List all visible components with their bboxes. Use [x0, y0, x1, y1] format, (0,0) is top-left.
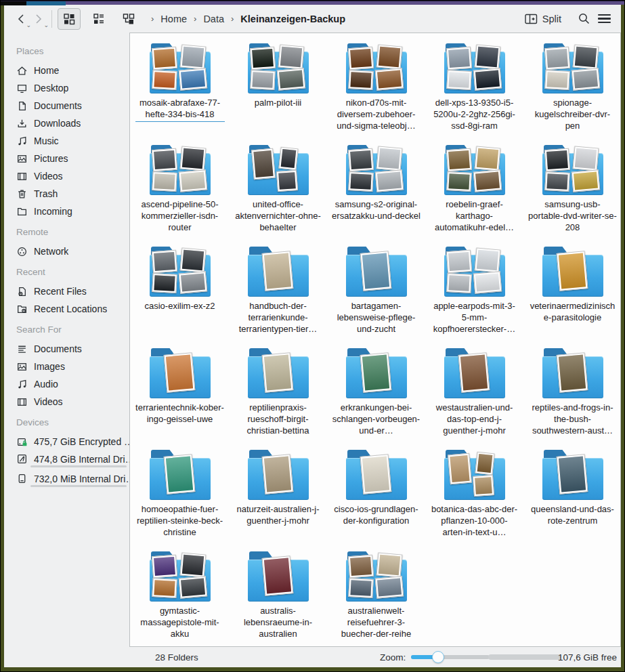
search-button[interactable]	[574, 9, 594, 29]
folder-item-westaustralien-und-das-top-end-j-guenthe[interactable]: westaustralien-und-das-top-end-j-guenthe…	[425, 345, 523, 446]
folder-icon	[149, 551, 211, 602]
sidebar-item-documents[interactable]: Documents	[4, 340, 129, 358]
breadcrumb: ›Home›Data›Kleinanzeigen-Backup	[147, 12, 347, 26]
disk-capacity-bar	[488, 654, 561, 660]
folder-name: veterinaermedizinische-parasitologie	[528, 300, 618, 323]
forward-button[interactable]: ⌄	[30, 10, 47, 28]
sidebar-item-home[interactable]: Home	[4, 62, 129, 79]
zoom-slider-handle[interactable]	[432, 651, 444, 663]
folder-item-dell-xps-13-9350-i5-5200u-2-2ghz-256gi-s[interactable]: dell-xps-13-9350-i5-5200u-2-2ghz-256gi-s…	[425, 40, 523, 142]
menu-button[interactable]	[594, 9, 614, 29]
sidebar-item-network[interactable]: Network	[4, 243, 129, 260]
folder-name: dell-xps-13-9350-i5-5200u-2-2ghz-256gi-s…	[430, 97, 519, 131]
photo-thumbnail	[474, 247, 500, 272]
folder-name: queensland-und-das-rote-zentrum	[528, 503, 618, 526]
top-strip-black-segment	[1, 1, 26, 5]
sidebar-item-label: Images	[34, 361, 65, 372]
folder-item-gymtastic-massagepistole-mit-akku[interactable]: gymtastic-massagepistole-mit-akku	[131, 548, 229, 647]
split-button[interactable]: Split	[525, 14, 561, 24]
sidebar-item-label: Documents	[34, 100, 82, 111]
folder-item-nikon-d70s-mit-diversem-zubehoer-und-sig[interactable]: nikon-d70s-mit-diversem-zubehoer-und-sig…	[327, 40, 425, 142]
folder-item-casio-exilim-ex-z2[interactable]: casio-exilim-ex-z2	[131, 243, 229, 345]
back-button[interactable]: ⌄	[12, 10, 30, 28]
folder-icon	[247, 145, 309, 195]
sidebar-item-label: Desktop	[34, 83, 68, 93]
folder-item-apple-earpods-mit-3-5-mm-kopfhoerersteck[interactable]: apple-earpods-mit-3-5-mm-kopfhoerersteck…	[425, 243, 523, 345]
top-strip-blue-segment	[26, 1, 66, 5]
photo-thumbnail	[571, 169, 599, 192]
folder-item-cisco-ios-grundlagen-der-konfiguration[interactable]: cisco-ios-grundlagen-der-konfiguration	[327, 446, 425, 548]
breadcrumb-item-data[interactable]: Data	[202, 12, 225, 26]
folder-item-mosaik-abrafaxe-77-hefte-334-bis-418[interactable]: mosaik-abrafaxe-77-hefte-334-bis-418	[131, 40, 229, 142]
sidebar-item-incoming[interactable]: Incoming	[4, 203, 129, 220]
sidebar-item-pictures[interactable]: Pictures	[4, 150, 129, 167]
device-usage-bar	[30, 485, 127, 487]
sidebar-item-trash[interactable]: Trash	[4, 185, 129, 203]
sidebar-item-documents[interactable]: Documents	[4, 97, 129, 114]
sidebar-item-videos[interactable]: Videos	[4, 167, 129, 185]
folder-item-handbuch-der-terrarienkunde-terrarientyp[interactable]: handbuch-der-terrarienkunde-terrarientyp…	[229, 243, 327, 345]
folder-item-reptiles-and-frogs-in-the-bush-southwest[interactable]: reptiles-and-frogs-in-the-bush-southwest…	[523, 345, 621, 446]
folder-item-veterinaermedizinische-parasitologie[interactable]: veterinaermedizinische-parasitologie	[523, 243, 621, 345]
sidebar-item-recent-locations[interactable]: Recent Locations	[4, 300, 129, 318]
folder-item-australis-lebensraeume-in-australien[interactable]: australis-lebensraeume-in-australien	[229, 548, 327, 647]
photo-thumbnail	[446, 250, 471, 273]
photo-thumbnail	[473, 68, 501, 90]
folder-icon	[444, 247, 506, 297]
sidebar-item-audio[interactable]: Audio	[4, 375, 129, 393]
doc-lines-icon	[16, 343, 28, 355]
sidebar-item-474-8-gib-internal-dri[interactable]: 474,8 GiB Internal Dri…	[4, 450, 129, 467]
breadcrumb-item-home[interactable]: Home	[159, 12, 188, 26]
folder-item-bartagamen-lebensweise-pflege-und-zucht[interactable]: bartagamen-lebensweise-pflege-und-zucht	[327, 243, 425, 345]
sidebar-item-475-7-gib-encrypted[interactable]: 475,7 GiB Encrypted …	[4, 433, 129, 450]
folder-name: gymtastic-massagepistole-mit-akku	[135, 605, 225, 639]
photo-thumbnail	[374, 68, 403, 90]
photo-thumbnail	[446, 47, 471, 70]
breadcrumb-item-kleinanzeigen-backup[interactable]: Kleinanzeigen-Backup	[239, 12, 347, 26]
sidebar-item-desktop[interactable]: Desktop	[4, 79, 129, 97]
folder-item-united-office-aktenvernichter-ohne-behae[interactable]: united-office-aktenvernichter-ohne-behae…	[229, 142, 327, 243]
tree-view-button[interactable]	[117, 8, 140, 30]
folder-item-botanica-das-abc-der-pflanzen-10-000-art[interactable]: botanica-das-abc-der-pflanzen-10-000-art…	[425, 446, 523, 548]
folder-icon	[444, 43, 506, 93]
folder-name: westaustralien-und-das-top-end-j-guenthe…	[430, 402, 519, 436]
sidebar-item-recent-files[interactable]: Recent Files	[4, 282, 129, 300]
folder-icon	[542, 247, 604, 297]
video-icon	[16, 171, 28, 182]
folder-item-queensland-und-das-rote-zentrum[interactable]: queensland-und-das-rote-zentrum	[523, 446, 621, 548]
compact-view-button[interactable]	[87, 8, 110, 30]
folder-item-naturzeit-australien-j-guenther-j-mohr[interactable]: naturzeit-australien-j-guenther-j-mohr	[229, 446, 327, 548]
recent-file-icon	[16, 286, 28, 297]
sidebar-item-music[interactable]: Music	[4, 132, 129, 150]
sidebar-item-label: Network	[34, 246, 68, 257]
photo-thumbnail	[374, 169, 403, 192]
folder-item-terrarientechnik-kober-ingo-geissel-uwe[interactable]: terrarientechnik-kober-ingo-geissel-uwe	[131, 345, 229, 446]
drive-encrypted-icon	[16, 436, 28, 448]
sidebar-item-images[interactable]: Images	[4, 358, 129, 375]
folder-item-samsung-s2-original-ersatzakku-und-decke[interactable]: samsung-s2-original-ersatzakku-und-decke…	[327, 142, 425, 243]
folder-name: palm-pilot-iii	[234, 97, 323, 108]
content-area: PlacesHomeDesktopDocumentsDownloadsMusic…	[4, 33, 621, 647]
folder-item-roebelin-graef-karthago-automatikuhr-ede[interactable]: roebelin-graef-karthago-automatikuhr-ede…	[425, 142, 523, 243]
search-icon	[578, 12, 590, 25]
folder-item-ascend-pipeline-50-kommerzieller-isdn-ro[interactable]: ascend-pipeline-50-kommerzieller-isdn-ro…	[131, 142, 229, 243]
folder-item-spionage-kugelschreiber-dvr-pen[interactable]: spionage-kugelschreiber-dvr-pen	[523, 40, 621, 142]
folder-item-homoeopathie-fuer-reptilien-steinke-beck[interactable]: homoeopathie-fuer-reptilien-steinke-beck…	[131, 446, 229, 548]
photo-thumbnail	[152, 171, 177, 192]
folder-name: australis-lebensraeume-in-australien	[234, 605, 323, 639]
sidebar-item-videos[interactable]: Videos	[4, 393, 129, 411]
sidebar-item-downloads[interactable]: Downloads	[4, 114, 129, 132]
forward-dropdown-caret[interactable]: ⌄	[43, 22, 49, 28]
photo-thumbnail	[374, 576, 403, 598]
icons-view-button[interactable]	[58, 8, 81, 30]
folder-item-erkrankungen-bei-schlangen-vorbeugen-und[interactable]: erkrankungen-bei-schlangen-vorbeugen-und…	[327, 345, 425, 446]
photo-thumbnail	[179, 247, 206, 272]
sidebar-item-732-0-mib-internal-dri[interactable]: 732,0 MiB Internal Dri…	[4, 470, 129, 487]
folder-item-samsung-usb-portable-dvd-writer-se-208[interactable]: samsung-usb-portable-dvd-writer-se-208	[523, 142, 621, 243]
zoom-label: Zoom:	[380, 652, 406, 663]
folder-item-palm-pilot-iii[interactable]: palm-pilot-iii	[229, 40, 327, 142]
zoom-slider[interactable]	[411, 651, 490, 663]
folder-item-australienwelt-reisefuehrer-3-buecher-de[interactable]: australienwelt-reisefuehrer-3-buecher-de…	[327, 548, 425, 647]
folder-item-reptilienpraxis-rueschoff-birgit-christi[interactable]: reptilienpraxis-rueschoff-birgit-christi…	[229, 345, 327, 446]
folder-icon	[345, 551, 408, 602]
